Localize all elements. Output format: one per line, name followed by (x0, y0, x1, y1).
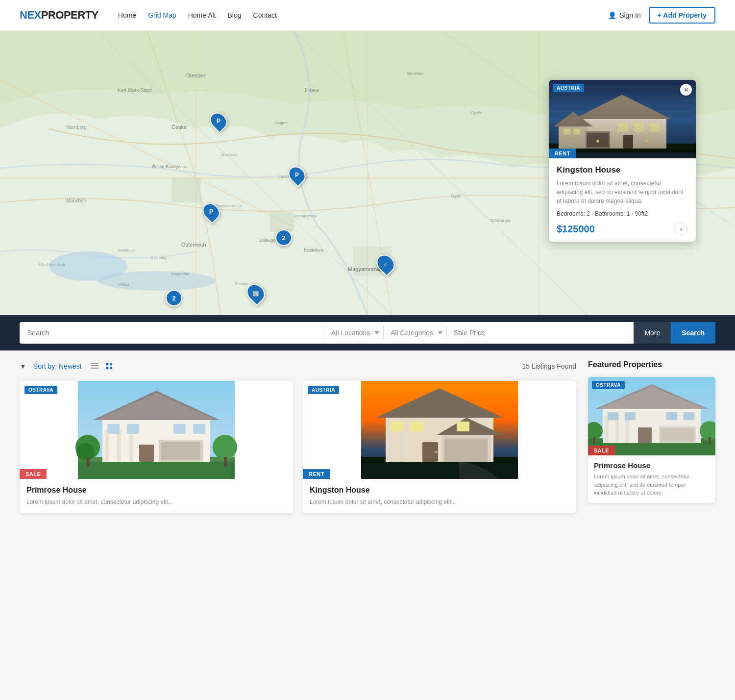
grid-view-icon[interactable] (103, 360, 115, 372)
sign-in-label: Sign In (619, 11, 641, 19)
nav-contact[interactable]: Contact (253, 11, 277, 19)
svg-text:Innsbruck: Innsbruck (118, 248, 135, 252)
svg-rect-63 (110, 363, 112, 365)
categories-select[interactable]: All Categories (384, 323, 446, 343)
marker-1-icon: P (217, 118, 220, 125)
svg-text:Jihočeský: Jihočeský (220, 152, 238, 157)
svg-marker-47 (554, 112, 593, 126)
featured-card-1-type: SALE (588, 446, 615, 455)
main-nav: Home Grid Map Home Alt Blog Contact (118, 11, 608, 19)
svg-text:Maribor: Maribor (235, 281, 248, 286)
svg-rect-12 (172, 178, 201, 202)
map-marker-3[interactable]: P (203, 202, 219, 221)
sign-in-link[interactable]: 👤 Sign In (608, 11, 641, 19)
property-card-1: OSTRAVA SALE Primrose House Lorem ipsum … (20, 381, 293, 513)
svg-point-84 (76, 443, 94, 461)
featured-card-1-body: Primrose House Lorem ipsum dolor sit ame… (588, 455, 715, 503)
marker-2-icon: P (295, 172, 299, 178)
svg-rect-97 (410, 422, 423, 431)
svg-point-57 (645, 140, 648, 143)
logo[interactable]: NEXPROPERTY (20, 9, 98, 22)
svg-rect-13 (270, 212, 294, 232)
map-marker-home[interactable]: ⌂ (377, 254, 394, 274)
svg-rect-109 (626, 416, 629, 443)
card-2-description: Lorem ipsum dolor sit amet, consectetur … (310, 498, 569, 506)
svg-rect-73 (117, 430, 121, 462)
svg-rect-65 (110, 367, 112, 369)
nav-blog[interactable]: Blog (228, 11, 242, 19)
more-button[interactable]: More (634, 322, 671, 344)
search-bar: All Locations All Categories More Search (20, 322, 715, 344)
svg-rect-77 (107, 424, 120, 434)
listings-grid: OSTRAVA SALE Primrose House Lorem ipsum … (20, 381, 576, 513)
svg-rect-93 (444, 439, 488, 462)
card-1-image: OSTRAVA SALE (20, 381, 293, 479)
svg-rect-111 (661, 428, 694, 442)
map-marker-cluster-2[interactable]: 2 (166, 290, 182, 306)
svg-text:Oberösterreich: Oberösterreich (216, 204, 242, 208)
svg-text:Znojmo: Znojmo (274, 121, 288, 125)
add-property-button[interactable]: + Add Property (649, 7, 715, 24)
card-2-type-badge: RENT (303, 469, 330, 479)
svg-rect-55 (623, 135, 633, 149)
svg-rect-114 (666, 412, 677, 420)
card-2-location-badge: AUSTRIA (308, 386, 339, 394)
svg-rect-49 (587, 133, 609, 147)
map-marker-2[interactable]: P (289, 166, 305, 184)
card-2-image: AUSTRIA RENT (303, 381, 576, 479)
svg-rect-52 (649, 123, 660, 132)
map-marker-building[interactable]: 🏢 (247, 283, 264, 303)
svg-rect-119 (593, 437, 595, 444)
svg-text:Villach: Villach (118, 282, 129, 287)
nav-home[interactable]: Home (118, 11, 136, 19)
svg-rect-59 (91, 363, 98, 364)
map-marker-1[interactable]: P (211, 112, 226, 130)
nav-home-alt[interactable]: Home Alt (188, 11, 216, 19)
nav-grid-map[interactable]: Grid Map (148, 11, 176, 19)
search-input[interactable] (20, 323, 324, 343)
svg-point-56 (596, 140, 599, 143)
featured-card-1-image: OSTRAVA SALE (588, 377, 715, 455)
svg-rect-98 (457, 422, 469, 431)
popup-arrow-button[interactable]: › (674, 222, 688, 236)
svg-rect-76 (161, 442, 200, 460)
marker-3-icon: P (209, 208, 213, 215)
popup-location-badge: AUSTRIA (553, 84, 584, 92)
search-button[interactable]: Search (671, 322, 715, 344)
svg-text:Klagenfurt: Klagenfurt (172, 272, 190, 276)
svg-rect-46 (559, 126, 588, 149)
sort-label[interactable]: Sort by: Newest (33, 362, 82, 370)
sidebar-title: Featured Properties (588, 360, 715, 369)
price-input[interactable] (447, 323, 634, 343)
card-1-description: Lorem ipsum dolor sit amet, consectetur … (26, 498, 286, 506)
svg-rect-94 (388, 430, 392, 462)
list-view-icon[interactable] (89, 360, 100, 372)
svg-rect-80 (193, 424, 205, 434)
popup-close-button[interactable]: ✕ (680, 84, 692, 96)
svg-rect-62 (106, 363, 108, 365)
listings-count: 15 Listings Found (522, 362, 576, 370)
svg-rect-120 (709, 437, 711, 444)
svg-text:Dresden: Dresden (186, 73, 207, 78)
popup-body: Kingston House Lorem ipsum dolor sit ame… (549, 158, 696, 242)
card-1-location-badge: OSTRAVA (24, 386, 57, 394)
featured-card-1: OSTRAVA SALE Primrose House Lorem ipsum … (588, 377, 715, 503)
svg-rect-115 (684, 412, 694, 420)
property-popup: ✕ (549, 80, 696, 242)
search-bar-section: All Locations All Categories More Search (0, 315, 735, 350)
home-marker-icon: ⌂ (384, 260, 388, 268)
card-1-house-illustration (20, 381, 293, 479)
card-1-title: Primrose House (26, 486, 286, 495)
svg-text:Wrocław: Wrocław (407, 71, 424, 76)
property-card-2: AUSTRIA RENT Kingston House Lorem ipsum … (303, 381, 576, 513)
filter-icon[interactable]: ▼ (20, 362, 26, 370)
listings-main: ▼ Sort by: Newest (20, 360, 576, 513)
svg-rect-72 (105, 430, 109, 462)
map-marker-cluster-1[interactable]: 2 (275, 229, 292, 246)
svg-rect-107 (605, 416, 609, 443)
listings-toolbar: ▼ Sort by: Newest (20, 360, 576, 372)
popup-type-badge: RENT (549, 149, 576, 158)
locations-select[interactable]: All Locations (324, 323, 383, 343)
svg-text:Liechtenstein: Liechtenstein (39, 262, 65, 267)
card-1-body: Primrose House Lorem ipsum dolor sit ame… (20, 479, 293, 513)
